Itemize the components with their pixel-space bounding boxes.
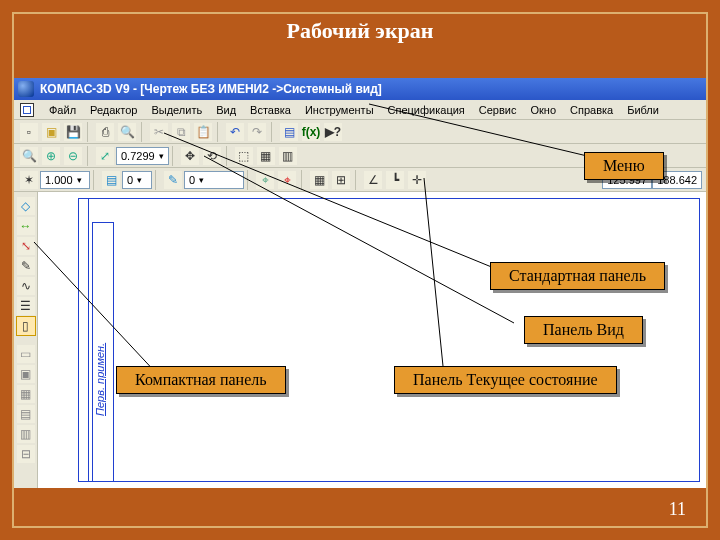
tool-b[interactable]: ▣ [16,364,36,384]
param-tab[interactable]: ∿ [16,276,36,296]
app-icon [18,81,34,97]
callout-view-panel: Панель Вид [524,316,643,344]
menu-bar: Файл Редактор Выделить Вид Вставка Инстр… [14,100,706,120]
redraw-button[interactable]: ⬚ [234,146,254,166]
separator [141,122,145,142]
page-number: 11 [669,499,686,520]
menu-insert[interactable]: Вставка [250,104,291,116]
zoom-in-button[interactable]: ⊕ [41,146,61,166]
tool-a[interactable]: ▭ [16,344,36,364]
menu-select[interactable]: Выделить [151,104,202,116]
slide-title: Рабочий экран [0,18,720,44]
notation-tab[interactable]: ⤡ [16,236,36,256]
separator [355,170,359,190]
refresh-button[interactable]: ▦ [256,146,276,166]
menu-help[interactable]: Справка [570,104,613,116]
separator [247,170,251,190]
separator [217,122,221,142]
geometry-tab[interactable]: ◇ [16,196,36,216]
layers-icon[interactable]: ▤ [101,170,121,190]
callout-state-panel: Панель Текущее состояние [394,366,617,394]
copy-button[interactable]: ⧉ [171,122,191,142]
open-button[interactable]: ▣ [41,122,61,142]
separator [301,170,305,190]
callout-compact-panel: Компактная панель [116,366,286,394]
preview-button[interactable]: 🔍 [117,122,137,142]
layer-field[interactable]: 0 [184,171,244,189]
menu-window[interactable]: Окно [530,104,556,116]
new-button[interactable]: ▫ [19,122,39,142]
separator [87,122,91,142]
menu-view[interactable]: Вид [216,104,236,116]
save-button[interactable]: 💾 [63,122,83,142]
step-field[interactable]: 0 [122,171,152,189]
snap-magnet[interactable]: ⌖ [277,170,297,190]
dimension-tab[interactable]: ↔ [16,216,36,236]
angle-button[interactable]: ∠ [363,170,383,190]
edit-tab[interactable]: ✎ [16,256,36,276]
properties-button[interactable]: ▤ [279,122,299,142]
snap-toggle[interactable]: ⌖ [255,170,275,190]
variables-button[interactable]: f(x) [301,122,321,142]
zoom-value-field[interactable]: 0.7299 [116,147,169,165]
print-button[interactable]: ⎙ [95,122,115,142]
zoom-out-button[interactable]: ⊖ [63,146,83,166]
scale-field[interactable]: 1.000 [40,171,90,189]
tool-e[interactable]: ▥ [16,424,36,444]
separator [226,146,230,166]
ucs-button[interactable]: ✛ [407,170,427,190]
callout-standard-panel: Стандартная панель [490,262,665,290]
ortho-button[interactable]: ⊞ [331,170,351,190]
vertical-stamp-label: Перв. примен. [94,343,106,416]
grid-button[interactable]: ▦ [309,170,329,190]
separator [93,170,97,190]
pan-button[interactable]: ✥ [180,146,200,166]
compact-panel: ◇ ↔ ⤡ ✎ ∿ ☰ ▯ ▭ ▣ ▦ ▤ ▥ ⊟ [14,192,38,488]
separator [271,122,275,142]
tool-c[interactable]: ▦ [16,384,36,404]
state-icon[interactable]: ✶ [19,170,39,190]
style-icon[interactable]: ✎ [163,170,183,190]
local-cs-button[interactable]: ┗ [385,170,405,190]
menu-file[interactable]: Файл [49,104,76,116]
callout-menu: Меню [584,152,664,180]
undo-button[interactable]: ↶ [225,122,245,142]
window-title: КОМПАС-3D V9 - [Чертеж БЕЗ ИМЕНИ2 ->Сист… [40,78,382,100]
select-tab[interactable]: ▯ [16,316,36,336]
title-bar: КОМПАС-3D V9 - [Чертеж БЕЗ ИМЕНИ2 ->Сист… [14,78,706,100]
standard-toolbar: ▫ ▣ 💾 ⎙ 🔍 ✂ ⧉ 📋 ↶ ↷ ▤ f(x) ▶? [14,120,706,144]
menu-tools[interactable]: Инструменты [305,104,374,116]
cut-button[interactable]: ✂ [149,122,169,142]
tool-d[interactable]: ▤ [16,404,36,424]
rotate-button[interactable]: ⟲ [202,146,222,166]
menu-service[interactable]: Сервис [479,104,517,116]
menu-spec[interactable]: Спецификация [388,104,465,116]
layers-button[interactable]: ▥ [278,146,298,166]
tool-f[interactable]: ⊟ [16,444,36,464]
menu-library[interactable]: Библи [627,104,659,116]
redo-button[interactable]: ↷ [247,122,267,142]
separator [155,170,159,190]
zoom-window-button[interactable]: 🔍 [19,146,39,166]
paste-button[interactable]: 📋 [193,122,213,142]
document-icon [20,103,34,117]
help-pointer-button[interactable]: ▶? [323,122,343,142]
zoom-fit-button[interactable]: ⤢ [95,146,115,166]
menu-edit[interactable]: Редактор [90,104,137,116]
measure-tab[interactable]: ☰ [16,296,36,316]
separator [87,146,91,166]
separator [172,146,176,166]
